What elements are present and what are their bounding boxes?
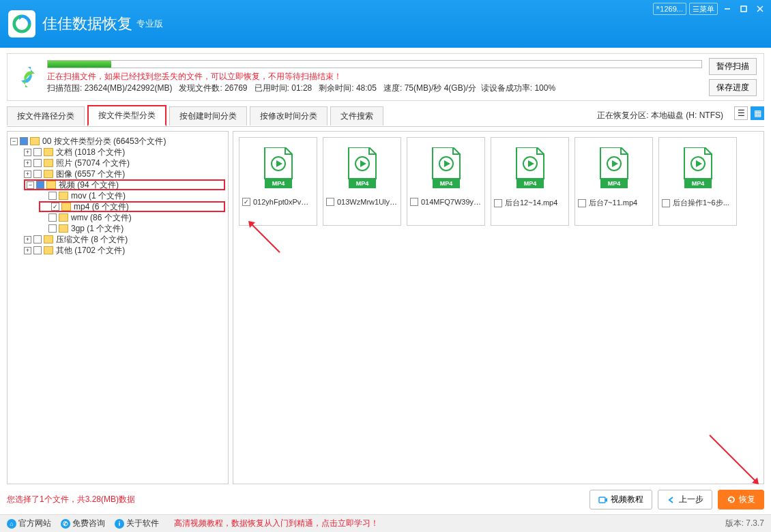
minimize-button[interactable] (721, 3, 734, 15)
app-logo-wrap: 佳佳数据恢复 专业版 (8, 10, 163, 38)
maximize-button[interactable] (737, 3, 751, 15)
file-thumb[interactable]: MP4 后台操作1~6步... (658, 137, 737, 226)
titlebar: 佳佳数据恢复 专业版 ᴿ 1269... ☰ 菜单 (0, 0, 771, 48)
pause-scan-button[interactable]: 暂停扫描 (709, 58, 757, 75)
tree-mov[interactable]: mov (1 个文件) (71, 190, 126, 202)
progress-bar (47, 60, 702, 68)
mp4-file-icon: MP4 (682, 147, 714, 188)
folder-icon (30, 137, 40, 145)
tree-image[interactable]: 图像 (6557 个文件) (56, 168, 125, 180)
tree-checkbox[interactable] (33, 235, 42, 243)
tree-root[interactable]: 00 按文件类型分类 (66453个文件) (42, 136, 166, 147)
mp4-file-icon: MP4 (514, 147, 547, 188)
scan-status-message: 正在扫描文件，如果已经找到您丢失的文件，可以立即恢复，不用等待扫描结束！ (47, 71, 702, 83)
tab-by-modified[interactable]: 按修改时间分类 (250, 106, 328, 125)
tree-zip[interactable]: 压缩文件 (8 个文件) (56, 234, 128, 246)
file-checkbox[interactable] (326, 198, 334, 206)
tree-checkbox[interactable] (51, 203, 59, 211)
tree-checkbox[interactable] (33, 170, 42, 178)
svg-rect-1 (741, 6, 746, 12)
mp4-file-icon: MP4 (346, 147, 379, 188)
svg-text:MP4: MP4 (607, 180, 620, 187)
tab-search[interactable]: 文件搜索 (330, 106, 383, 125)
folder-icon (59, 213, 68, 222)
folder-icon (44, 159, 53, 167)
view-list-button[interactable]: ☰ (734, 106, 748, 120)
previous-step-button[interactable]: 上一步 (658, 490, 712, 509)
promo-text[interactable]: 高清视频教程，数据恢复从入门到精通，点击立即学习！ (174, 518, 379, 529)
tree-checkbox[interactable] (36, 181, 44, 189)
tree-wmv[interactable]: wmv (86 个文件) (71, 212, 132, 224)
expand-icon[interactable]: − (27, 181, 34, 189)
file-checkbox[interactable] (242, 198, 250, 206)
tree-video[interactable]: 视频 (94 个文件) (59, 179, 119, 191)
tree-checkbox[interactable] (48, 224, 57, 233)
tree-checkbox[interactable] (48, 192, 57, 200)
file-checkbox[interactable] (662, 199, 670, 207)
file-thumb[interactable]: MP4 后台12~14.mp4 (491, 137, 569, 226)
tab-by-path[interactable]: 按文件路径分类 (7, 106, 85, 125)
tree-photo[interactable]: 照片 (57074 个文件) (56, 158, 130, 169)
folder-icon (44, 170, 53, 178)
close-button[interactable] (753, 3, 767, 15)
tree-checkbox[interactable] (33, 148, 42, 156)
tree-checkbox[interactable] (48, 213, 57, 222)
folder-icon (61, 203, 71, 211)
expand-icon[interactable]: + (24, 160, 31, 167)
tree-checkbox[interactable] (20, 137, 28, 145)
window-controls: ᴿ 1269... ☰ 菜单 (653, 3, 767, 15)
file-thumb[interactable]: MP4 后台7~11.mp4 (574, 137, 653, 226)
expand-icon[interactable]: + (24, 236, 31, 243)
arrow-left-icon (667, 495, 676, 505)
version-label: 版本: 7.3.7 (725, 518, 764, 529)
footer: ⌂官方网站 ✆免费咨询 i关于软件 高清视频教程，数据恢复从入门到精通，点击立即… (0, 514, 771, 532)
official-site-link[interactable]: ⌂官方网站 (7, 518, 51, 529)
view-grid-button[interactable]: ▦ (751, 106, 764, 120)
tree-3gp[interactable]: 3gp (1 个文件) (71, 223, 123, 235)
about-link[interactable]: i关于软件 (115, 518, 159, 529)
video-tutorial-button[interactable]: 视频教程 (590, 490, 652, 509)
folder-icon (59, 224, 68, 233)
tree-doc[interactable]: 文档 (1018 个文件) (56, 147, 125, 158)
file-name: 014MFQ7W39yZX... (421, 198, 482, 206)
svg-text:MP4: MP4 (272, 180, 285, 187)
menu-button[interactable]: ☰ 菜单 (689, 3, 718, 15)
folder-icon (46, 181, 56, 189)
mp4-file-icon: MP4 (262, 147, 295, 188)
app-logo (8, 10, 35, 38)
folder-icon (59, 192, 68, 200)
save-progress-button[interactable]: 保存进度 (709, 79, 757, 96)
recover-button[interactable]: 恢复 (718, 490, 764, 509)
user-id-button[interactable]: ᴿ 1269... (653, 3, 686, 15)
file-thumb[interactable]: MP4 013WzMrw1Uly1K... (323, 137, 401, 226)
tree-checkbox[interactable] (33, 159, 42, 167)
file-checkbox[interactable] (410, 198, 418, 206)
file-thumb[interactable]: MP4 014MFQ7W39yZX... (407, 137, 485, 226)
tab-by-created[interactable]: 按创建时间分类 (169, 106, 247, 125)
tree-mp4[interactable]: mp4 (6 个文件) (74, 201, 129, 213)
file-name: 后台12~14.mp4 (505, 198, 566, 208)
file-name: 后台7~11.mp4 (589, 198, 650, 208)
tree-other[interactable]: 其他 (1702 个文件) (56, 245, 125, 256)
expand-icon[interactable]: + (24, 149, 31, 156)
file-checkbox[interactable] (494, 199, 502, 207)
file-checkbox[interactable] (578, 199, 586, 207)
svg-text:MP4: MP4 (523, 180, 536, 187)
classify-tabs: 按文件路径分类 按文件类型分类 按创建时间分类 按修改时间分类 文件搜索 正在恢… (7, 105, 764, 127)
globe-icon: ⌂ (7, 519, 16, 529)
expand-icon[interactable]: − (10, 138, 18, 145)
folder-icon (44, 148, 53, 156)
svg-text:MP4: MP4 (439, 180, 452, 187)
svg-rect-22 (599, 497, 605, 503)
category-tree[interactable]: −00 按文件类型分类 (66453个文件) +文档 (1018 个文件) +照… (7, 131, 229, 484)
tab-by-type[interactable]: 按文件类型分类 (87, 105, 166, 126)
file-thumb[interactable]: MP4 012yhFpt0xPvGk... (239, 137, 317, 226)
scan-progress-panel: 正在扫描文件，如果已经找到您丢失的文件，可以立即恢复，不用等待扫描结束！ 扫描范… (7, 53, 764, 101)
app-subtitle: 专业版 (136, 18, 163, 30)
expand-icon[interactable]: + (24, 247, 31, 254)
free-consult-link[interactable]: ✆免费咨询 (61, 518, 105, 529)
tree-checkbox[interactable] (33, 246, 42, 254)
selection-summary: 您选择了1个文件，共3.28(MB)数据 (7, 494, 135, 505)
expand-icon[interactable]: + (24, 171, 31, 178)
folder-icon (44, 246, 53, 254)
